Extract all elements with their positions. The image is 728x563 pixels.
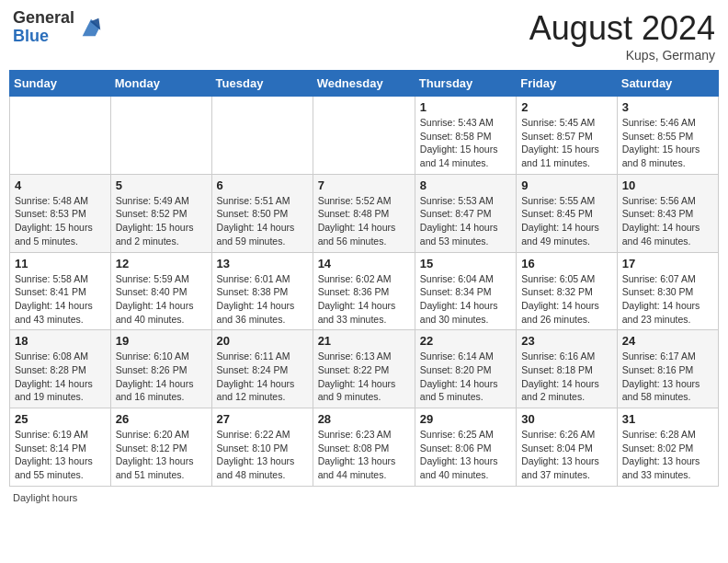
calendar-cell bbox=[110, 97, 211, 175]
calendar-cell: 23Sunrise: 6:16 AM Sunset: 8:18 PM Dayli… bbox=[517, 330, 618, 408]
calendar-cell bbox=[313, 97, 415, 175]
day-number: 20 bbox=[217, 334, 308, 348]
calendar-week-1: 1Sunrise: 5:43 AM Sunset: 8:58 PM Daylig… bbox=[10, 97, 719, 175]
day-info: Sunrise: 5:45 AM Sunset: 8:57 PM Dayligh… bbox=[521, 116, 612, 170]
day-number: 16 bbox=[521, 257, 612, 270]
day-info: Sunrise: 5:55 AM Sunset: 8:45 PM Dayligh… bbox=[521, 194, 612, 248]
day-info: Sunrise: 6:10 AM Sunset: 8:26 PM Dayligh… bbox=[116, 350, 207, 404]
day-info: Sunrise: 6:02 AM Sunset: 8:36 PM Dayligh… bbox=[318, 272, 410, 327]
calendar-cell: 13Sunrise: 6:01 AM Sunset: 8:38 PM Dayli… bbox=[211, 252, 313, 330]
day-number: 24 bbox=[622, 334, 713, 348]
day-info: Sunrise: 6:08 AM Sunset: 8:28 PM Dayligh… bbox=[15, 350, 106, 404]
day-number: 25 bbox=[15, 412, 106, 426]
calendar-cell: 31Sunrise: 6:28 AM Sunset: 8:02 PM Dayli… bbox=[617, 408, 718, 487]
day-number: 22 bbox=[420, 334, 511, 348]
day-number: 9 bbox=[521, 178, 612, 192]
calendar-cell: 2Sunrise: 5:45 AM Sunset: 8:57 PM Daylig… bbox=[517, 97, 618, 175]
calendar-week-3: 11Sunrise: 5:58 AM Sunset: 8:41 PM Dayli… bbox=[10, 252, 719, 330]
calendar-header-row: SundayMondayTuesdayWednesdayThursdayFrid… bbox=[10, 71, 719, 97]
calendar-week-5: 25Sunrise: 6:19 AM Sunset: 8:14 PM Dayli… bbox=[10, 408, 719, 487]
day-number: 21 bbox=[318, 334, 410, 348]
logo-icon bbox=[78, 15, 104, 40]
day-number: 17 bbox=[622, 257, 713, 270]
calendar-cell: 28Sunrise: 6:23 AM Sunset: 8:08 PM Dayli… bbox=[313, 408, 415, 487]
day-number: 28 bbox=[318, 412, 410, 426]
day-number: 7 bbox=[318, 178, 410, 192]
day-info: Sunrise: 6:20 AM Sunset: 8:12 PM Dayligh… bbox=[116, 428, 207, 482]
calendar-cell: 19Sunrise: 6:10 AM Sunset: 8:26 PM Dayli… bbox=[110, 330, 211, 408]
day-info: Sunrise: 5:52 AM Sunset: 8:48 PM Dayligh… bbox=[318, 194, 410, 248]
header-monday: Monday bbox=[110, 71, 211, 97]
day-number: 18 bbox=[15, 334, 106, 348]
day-info: Sunrise: 6:19 AM Sunset: 8:14 PM Dayligh… bbox=[15, 428, 106, 482]
day-info: Sunrise: 6:13 AM Sunset: 8:22 PM Dayligh… bbox=[318, 350, 410, 404]
calendar-cell: 17Sunrise: 6:07 AM Sunset: 8:30 PM Dayli… bbox=[617, 252, 718, 330]
day-info: Sunrise: 5:53 AM Sunset: 8:47 PM Dayligh… bbox=[420, 194, 511, 248]
calendar-cell: 5Sunrise: 5:49 AM Sunset: 8:52 PM Daylig… bbox=[110, 174, 211, 252]
calendar-cell: 12Sunrise: 5:59 AM Sunset: 8:40 PM Dayli… bbox=[110, 252, 211, 330]
calendar-cell: 22Sunrise: 6:14 AM Sunset: 8:20 PM Dayli… bbox=[415, 330, 516, 408]
day-info: Sunrise: 6:25 AM Sunset: 8:06 PM Dayligh… bbox=[420, 428, 511, 482]
calendar-cell: 1Sunrise: 5:43 AM Sunset: 8:58 PM Daylig… bbox=[415, 97, 516, 175]
calendar-cell: 26Sunrise: 6:20 AM Sunset: 8:12 PM Dayli… bbox=[110, 408, 211, 487]
day-info: Sunrise: 5:48 AM Sunset: 8:53 PM Dayligh… bbox=[15, 194, 106, 248]
logo: General Blue bbox=[13, 9, 104, 46]
day-info: Sunrise: 6:23 AM Sunset: 8:08 PM Dayligh… bbox=[318, 428, 410, 482]
day-info: Sunrise: 5:51 AM Sunset: 8:50 PM Dayligh… bbox=[217, 194, 308, 248]
day-number: 12 bbox=[116, 257, 207, 270]
calendar-cell bbox=[211, 97, 313, 175]
day-number: 6 bbox=[217, 178, 308, 192]
calendar-table: SundayMondayTuesdayWednesdayThursdayFrid… bbox=[9, 70, 719, 487]
day-info: Sunrise: 5:56 AM Sunset: 8:43 PM Dayligh… bbox=[622, 194, 713, 248]
calendar-cell: 8Sunrise: 5:53 AM Sunset: 8:47 PM Daylig… bbox=[415, 174, 516, 252]
day-number: 5 bbox=[116, 178, 207, 192]
month-year-title: August 2024 bbox=[529, 9, 715, 48]
logo-general-text: General bbox=[13, 9, 74, 28]
page-header: General Blue August 2024 Kups, Germany bbox=[9, 9, 719, 63]
calendar-cell: 25Sunrise: 6:19 AM Sunset: 8:14 PM Dayli… bbox=[10, 408, 111, 487]
day-number: 29 bbox=[420, 412, 511, 426]
title-block: August 2024 Kups, Germany bbox=[529, 9, 715, 63]
day-info: Sunrise: 6:22 AM Sunset: 8:10 PM Dayligh… bbox=[217, 428, 308, 482]
day-number: 10 bbox=[622, 178, 713, 192]
calendar-cell: 14Sunrise: 6:02 AM Sunset: 8:36 PM Dayli… bbox=[313, 252, 415, 330]
location-subtitle: Kups, Germany bbox=[529, 48, 715, 63]
day-number: 4 bbox=[15, 178, 106, 192]
day-number: 14 bbox=[318, 257, 410, 270]
calendar-cell: 27Sunrise: 6:22 AM Sunset: 8:10 PM Dayli… bbox=[211, 408, 313, 487]
calendar-cell: 6Sunrise: 5:51 AM Sunset: 8:50 PM Daylig… bbox=[211, 174, 313, 252]
calendar-cell: 30Sunrise: 6:26 AM Sunset: 8:04 PM Dayli… bbox=[517, 408, 618, 487]
day-info: Sunrise: 6:16 AM Sunset: 8:18 PM Dayligh… bbox=[521, 350, 612, 404]
day-info: Sunrise: 6:11 AM Sunset: 8:24 PM Dayligh… bbox=[217, 350, 308, 404]
day-number: 31 bbox=[622, 412, 713, 426]
day-number: 19 bbox=[116, 334, 207, 348]
calendar-cell bbox=[10, 97, 111, 175]
calendar-cell: 21Sunrise: 6:13 AM Sunset: 8:22 PM Dayli… bbox=[313, 330, 415, 408]
header-tuesday: Tuesday bbox=[211, 71, 313, 97]
day-number: 23 bbox=[521, 334, 612, 348]
header-sunday: Sunday bbox=[10, 71, 111, 97]
calendar-cell: 4Sunrise: 5:48 AM Sunset: 8:53 PM Daylig… bbox=[10, 174, 111, 252]
calendar-cell: 7Sunrise: 5:52 AM Sunset: 8:48 PM Daylig… bbox=[313, 174, 415, 252]
day-number: 2 bbox=[521, 100, 612, 114]
day-number: 30 bbox=[521, 412, 612, 426]
header-wednesday: Wednesday bbox=[313, 71, 415, 97]
day-info: Sunrise: 5:59 AM Sunset: 8:40 PM Dayligh… bbox=[116, 272, 207, 327]
header-saturday: Saturday bbox=[617, 71, 718, 97]
calendar-cell: 10Sunrise: 5:56 AM Sunset: 8:43 PM Dayli… bbox=[617, 174, 718, 252]
day-info: Sunrise: 6:04 AM Sunset: 8:34 PM Dayligh… bbox=[420, 272, 511, 327]
day-number: 13 bbox=[217, 257, 308, 270]
header-thursday: Thursday bbox=[415, 71, 516, 97]
day-info: Sunrise: 6:17 AM Sunset: 8:16 PM Dayligh… bbox=[622, 350, 713, 404]
day-info: Sunrise: 6:01 AM Sunset: 8:38 PM Dayligh… bbox=[217, 272, 308, 327]
day-info: Sunrise: 5:58 AM Sunset: 8:41 PM Dayligh… bbox=[15, 272, 106, 327]
logo-blue-text: Blue bbox=[13, 28, 74, 46]
day-number: 27 bbox=[217, 412, 308, 426]
day-number: 11 bbox=[15, 257, 106, 270]
calendar-cell: 9Sunrise: 5:55 AM Sunset: 8:45 PM Daylig… bbox=[517, 174, 618, 252]
calendar-cell: 15Sunrise: 6:04 AM Sunset: 8:34 PM Dayli… bbox=[415, 252, 516, 330]
day-info: Sunrise: 6:26 AM Sunset: 8:04 PM Dayligh… bbox=[521, 428, 612, 482]
day-info: Sunrise: 6:07 AM Sunset: 8:30 PM Dayligh… bbox=[622, 272, 713, 327]
calendar-cell: 24Sunrise: 6:17 AM Sunset: 8:16 PM Dayli… bbox=[617, 330, 718, 408]
day-info: Sunrise: 6:28 AM Sunset: 8:02 PM Dayligh… bbox=[622, 428, 713, 482]
